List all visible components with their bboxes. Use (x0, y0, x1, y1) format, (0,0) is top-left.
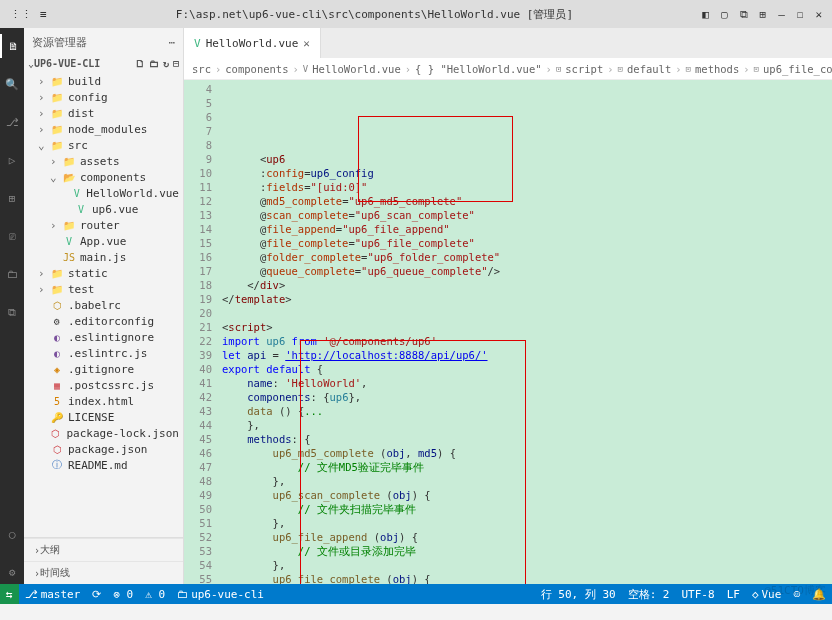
tree-item[interactable]: ⬡package-lock.json (24, 425, 183, 441)
window-title: F:\asp.net\up6-vue-cli\src\components\He… (57, 7, 693, 22)
tree-item[interactable]: ◈.gitignore (24, 361, 183, 377)
encoding[interactable]: UTF-8 (676, 587, 721, 602)
explorer-title: 资源管理器 (32, 35, 87, 50)
activity-bar: 🗎 🔍 ⎇ ▷ ⊞ ⎚ 🗀 ⧉ ◯ ⚙ (0, 28, 24, 584)
git-sync[interactable]: ⟳ (86, 584, 107, 604)
status-bar: ⇆ ⎇ master ⟳ ⊗ 0 ⚠ 0 🗀 up6-vue-cli 行 50,… (0, 584, 832, 604)
testing-icon[interactable]: ⧉ (0, 300, 24, 324)
tree-item[interactable]: ◐.eslintignore (24, 329, 183, 345)
new-folder-icon[interactable]: 🗀 (149, 58, 159, 69)
indentation[interactable]: 空格: 2 (622, 587, 676, 602)
editor: V HelloWorld.vue ✕ ⧉ ⋯ src›components›VH… (184, 28, 832, 584)
layout-icon-4[interactable]: ⊞ (760, 8, 767, 21)
tree-item[interactable]: ›📁node_modules (24, 121, 183, 137)
close-icon[interactable]: ✕ (815, 8, 822, 21)
folder-name[interactable]: 🗀 up6-vue-cli (171, 584, 270, 604)
more-icon[interactable]: ⋯ (168, 36, 175, 49)
file-tree: ›📁build›📁config›📁dist›📁node_modules⌄📁src… (24, 71, 183, 537)
outline-section[interactable]: › 大纲 (24, 538, 183, 561)
refresh-icon[interactable]: ↻ (163, 58, 169, 69)
tree-item[interactable]: ⚙.editorconfig (24, 313, 183, 329)
close-tab-icon[interactable]: ✕ (303, 37, 310, 50)
remote-indicator[interactable]: ⇆ (0, 584, 19, 604)
tree-item[interactable]: ›📁config (24, 89, 183, 105)
vue-icon: V (194, 37, 201, 50)
tree-item[interactable]: ›📁assets (24, 153, 183, 169)
search-icon[interactable]: 🔍 (0, 72, 24, 96)
layout-icon-3[interactable]: ⧉ (740, 8, 748, 21)
folder-icon[interactable]: 🗀 (0, 262, 24, 286)
code-content[interactable]: <up6 :config=up6_config :fields="[uid:0]… (218, 80, 832, 584)
tree-item[interactable]: ⬡package.json (24, 441, 183, 457)
tree-item[interactable]: Vup6.vue (24, 201, 183, 217)
tree-item[interactable]: ⌄📁src (24, 137, 183, 153)
tab-bar: V HelloWorld.vue ✕ ⧉ ⋯ (184, 28, 832, 58)
menu-icon[interactable]: ≡ (40, 8, 47, 21)
sidebar: 资源管理器 ⋯ ⌄ UP6-VUE-CLI 🗋 🗀 ↻ ⊟ ›📁build›📁c… (24, 28, 184, 584)
tree-item[interactable]: JSmain.js (24, 249, 183, 265)
tab-helloworld[interactable]: V HelloWorld.vue ✕ (184, 28, 321, 58)
title-bar: ⋮⋮ ≡ F:\asp.net\up6-vue-cli\src\componen… (0, 0, 832, 28)
git-branch[interactable]: ⎇ master (19, 584, 87, 604)
debug-icon[interactable]: ▷ (0, 148, 24, 172)
project-name: UP6-VUE-CLI (34, 58, 100, 69)
tab-label: HelloWorld.vue (206, 37, 299, 50)
tree-item[interactable]: 5index.html (24, 393, 183, 409)
tree-item[interactable]: ▦.postcssrc.js (24, 377, 183, 393)
source-control-icon[interactable]: ⎇ (0, 110, 24, 134)
problems-warnings[interactable]: ⚠ 0 (139, 584, 171, 604)
remote-icon[interactable]: ⎚ (0, 224, 24, 248)
code-area[interactable]: 4567891011121314151617181920212239404142… (184, 80, 832, 584)
tree-item[interactable]: ›📁dist (24, 105, 183, 121)
tree-item[interactable]: ›📁build (24, 73, 183, 89)
cursor-position[interactable]: 行 50, 列 30 (535, 587, 622, 602)
tree-item[interactable]: 🔑LICENSE (24, 409, 183, 425)
tree-item[interactable]: ›📁static (24, 265, 183, 281)
collapse-icon[interactable]: ⊟ (173, 58, 179, 69)
tree-item[interactable]: ⌄📂components (24, 169, 183, 185)
eol[interactable]: LF (721, 587, 746, 602)
tree-item[interactable]: ⓘREADME.md (24, 457, 183, 473)
tree-item[interactable]: ◐.eslintrc.js (24, 345, 183, 361)
explorer-icon[interactable]: 🗎 (0, 34, 24, 58)
timeline-section[interactable]: › 时间线 (24, 561, 183, 584)
maximize-icon[interactable]: ☐ (797, 8, 804, 21)
settings-icon[interactable]: ⚙ (0, 560, 24, 584)
account-icon[interactable]: ◯ (0, 522, 24, 546)
line-gutter: 4567891011121314151617181920212239404142… (184, 80, 218, 584)
tree-item[interactable]: ›📁test (24, 281, 183, 297)
extensions-icon[interactable]: ⊞ (0, 186, 24, 210)
vscode-icon: ⋮⋮ (10, 8, 32, 21)
layout-icon[interactable]: ◧ (702, 8, 709, 21)
layout-icon-2[interactable]: ▢ (721, 8, 728, 21)
tree-item[interactable]: VHelloWorld.vue (24, 185, 183, 201)
tree-item[interactable]: ›📁router (24, 217, 183, 233)
tree-item[interactable]: VApp.vue (24, 233, 183, 249)
watermark: @51CTO博客 (764, 583, 826, 598)
tree-item[interactable]: ⬡.babelrc (24, 297, 183, 313)
breadcrumb[interactable]: src›components›VHelloWorld.vue›{ } "Hell… (184, 58, 832, 80)
problems-errors[interactable]: ⊗ 0 (107, 584, 139, 604)
minimize-icon[interactable]: — (778, 8, 785, 21)
new-file-icon[interactable]: 🗋 (135, 58, 145, 69)
